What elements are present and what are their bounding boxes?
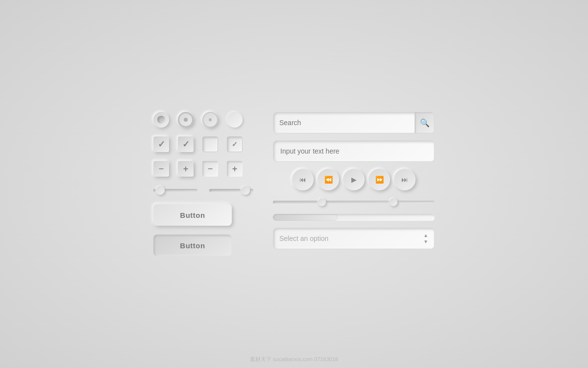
skip-forward-icon: ⏭ bbox=[401, 176, 408, 184]
skip-back-icon: ⏮ bbox=[299, 176, 306, 184]
steppers-row: − + − + bbox=[153, 161, 243, 177]
double-slider[interactable] bbox=[273, 197, 435, 207]
select-dropdown[interactable]: Select an option ▲ ▼ bbox=[273, 228, 435, 249]
search-input[interactable] bbox=[273, 119, 415, 127]
checkbox-filled[interactable]: ✓ bbox=[153, 136, 169, 152]
slider-thumb-2[interactable] bbox=[241, 186, 250, 195]
double-slider-track bbox=[273, 201, 435, 204]
progress-bar bbox=[273, 214, 435, 221]
radio-ring-dot bbox=[184, 118, 188, 122]
search-icon: 🔍 bbox=[420, 118, 430, 128]
radio-filled-inner bbox=[157, 116, 165, 124]
slider-thumb-1[interactable] bbox=[156, 186, 165, 195]
double-slider-thumb-right[interactable] bbox=[390, 198, 397, 206]
checkbox-small-check[interactable]: ✓ bbox=[227, 136, 243, 152]
arrow-down-icon: ▼ bbox=[423, 239, 428, 244]
progress-fill bbox=[273, 214, 338, 221]
media-controls: ⏮ ⏪ ▶ ⏩ ⏭ bbox=[273, 169, 435, 190]
checkbox-unchecked[interactable] bbox=[202, 136, 218, 152]
button-normal[interactable]: Button bbox=[153, 204, 232, 226]
checkbox-checked-outline[interactable]: ✓ bbox=[178, 136, 194, 152]
search-bar: 🔍 bbox=[273, 112, 435, 133]
fast-forward-button[interactable]: ⏩ bbox=[368, 169, 390, 190]
watermark: 素材天下 sucaitianxia.com 07163016 bbox=[250, 356, 338, 363]
arrow-up-icon: ▲ bbox=[423, 233, 428, 238]
checkmark-icon-3: ✓ bbox=[232, 141, 238, 148]
sliders-row bbox=[153, 185, 253, 195]
play-icon: ▶ bbox=[351, 176, 357, 184]
checkmark-icon-2: ✓ bbox=[182, 140, 190, 149]
radio-small-dot bbox=[209, 118, 212, 121]
search-button[interactable]: 🔍 bbox=[415, 112, 434, 133]
text-input[interactable] bbox=[273, 147, 434, 155]
rewind-button[interactable]: ⏪ bbox=[318, 169, 339, 190]
right-column: 🔍 ⏮ ⏪ ▶ ⏩ ⏭ bbox=[273, 112, 435, 249]
play-button[interactable]: ▶ bbox=[343, 169, 365, 190]
radio-filled[interactable] bbox=[153, 112, 169, 128]
select-arrows-icon: ▲ ▼ bbox=[423, 233, 428, 244]
skip-forward-button[interactable]: ⏭ bbox=[394, 169, 416, 190]
text-input-container bbox=[273, 140, 435, 162]
select-placeholder: Select an option bbox=[279, 235, 423, 242]
stepper-plus-1[interactable]: + bbox=[178, 161, 194, 177]
rewind-icon: ⏪ bbox=[324, 176, 333, 184]
radio-flat[interactable] bbox=[227, 112, 243, 128]
checkboxes-row: ✓ ✓ ✓ bbox=[153, 136, 243, 152]
stepper-plus-2[interactable]: + bbox=[227, 161, 243, 177]
skip-back-button[interactable]: ⏮ bbox=[292, 169, 314, 190]
radio-buttons-row bbox=[153, 112, 243, 128]
checkmark-icon: ✓ bbox=[158, 140, 165, 149]
double-slider-thumb-left[interactable] bbox=[318, 198, 326, 206]
stepper-minus-2[interactable]: − bbox=[202, 161, 218, 177]
left-column: ✓ ✓ ✓ − + − + bbox=[153, 112, 253, 256]
slider-1[interactable] bbox=[153, 185, 197, 195]
fast-forward-icon: ⏩ bbox=[375, 176, 384, 184]
stepper-minus-1[interactable]: − bbox=[153, 161, 169, 177]
radio-ring[interactable] bbox=[178, 112, 194, 128]
radio-small-ring[interactable] bbox=[202, 112, 218, 128]
button-pressed[interactable]: Button bbox=[153, 235, 232, 256]
slider-2[interactable] bbox=[209, 185, 253, 195]
